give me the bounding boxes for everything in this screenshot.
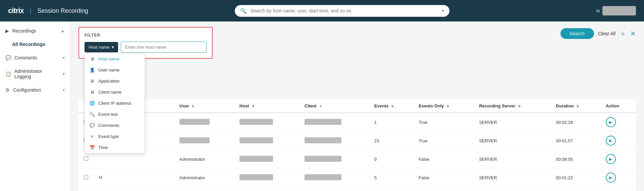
dropdown-item-hostname[interactable]: 🖥 Host name: [85, 53, 145, 64]
dropdown-item-comments[interactable]: 💬 Comments: [85, 120, 145, 131]
row-user: Administrator: [174, 150, 234, 169]
search-icon: 🔍: [240, 8, 247, 14]
sidebar-item-all-recordings[interactable]: All Recordings: [0, 38, 70, 51]
play-button[interactable]: ▶: [606, 117, 616, 127]
dropdown-item-time[interactable]: 📅 Time: [85, 142, 145, 153]
client-sort-icon[interactable]: ▼: [319, 104, 322, 108]
row-events-only: True: [413, 132, 474, 150]
row-action: ▶: [600, 132, 636, 150]
comments-icon: 💬: [5, 55, 11, 60]
events-only-sort-icon[interactable]: ⇅: [446, 104, 449, 108]
filter-selected-label: Host name: [89, 45, 110, 50]
host-sort-icon[interactable]: ⇅: [252, 104, 254, 108]
filter-row: Host name ▾: [85, 42, 207, 53]
sidebar-item-comments[interactable]: 💬 Comments ▾: [0, 51, 70, 64]
row-host: [234, 113, 299, 132]
row-events: 23: [369, 132, 413, 150]
dropdown-item-username[interactable]: 👤 User name: [85, 64, 145, 76]
admin-logging-icon: 📋: [5, 71, 11, 77]
main-content: Search Clear All ＋ ✕ FILTER Host name ▾ …: [70, 21, 644, 191]
dropdown-item-eventtype[interactable]: ≡ Event type: [85, 131, 145, 142]
row-events-only: True: [413, 113, 474, 132]
filter-title: FILTER: [85, 33, 207, 38]
dropdown-hostname-label: Host name: [98, 56, 119, 61]
row-host: [234, 187, 299, 191]
row-events-only: False: [413, 187, 474, 191]
user-sort-icon[interactable]: ⇅: [192, 104, 194, 108]
sidebar-item-admin-logging[interactable]: 📋 Administrator Logging ▾: [0, 64, 70, 83]
row-checkbox[interactable]: [84, 175, 88, 179]
clear-all-button[interactable]: Clear All: [598, 31, 615, 36]
sidebar-all-recordings-label: All Recordings: [12, 42, 45, 47]
search-area: 🔍 ▾: [88, 5, 596, 17]
play-button[interactable]: ▶: [606, 136, 616, 146]
add-filter-icon[interactable]: ＋: [620, 29, 626, 38]
row-client: [299, 150, 369, 169]
col-duration: Duration ⇅: [550, 99, 600, 113]
row-events: 19: [369, 187, 413, 191]
dropdown-clientname-label: Client name: [98, 90, 121, 95]
dropdown-item-eventtext[interactable]: 🔍 Event text: [85, 109, 145, 120]
row-duration: 00:01:57: [550, 132, 600, 150]
chevron-down-icon-config: ▾: [63, 88, 65, 92]
row-duration: 00:02:28: [550, 113, 600, 132]
dropdown-time-label: Time: [98, 145, 108, 150]
events-sort-icon[interactable]: ⇅: [391, 104, 394, 108]
hi-label: hi: [596, 8, 600, 13]
recordings-table: User ⇅ Host ⇅ Client ▼ Events: [78, 99, 636, 191]
server-sort-icon[interactable]: ⇅: [518, 104, 521, 108]
global-search-input[interactable]: [250, 8, 438, 13]
col-host: Host ⇅: [234, 99, 299, 113]
recordings-table-container: User ⇅ Host ⇅ Client ▼ Events: [78, 99, 636, 191]
brand: citrix | Session Recording: [8, 6, 88, 15]
play-button[interactable]: ▶: [606, 173, 616, 183]
row-action: ▶: [600, 113, 636, 132]
filter-type-dropdown[interactable]: Host name ▾: [85, 42, 118, 52]
row-duration: 00:04:37: [550, 187, 600, 191]
application-icon: ⊞: [90, 79, 95, 84]
row-user: [174, 132, 234, 150]
filter-value-input[interactable]: [121, 42, 207, 53]
config-icon: ⚙: [5, 87, 10, 93]
dropdown-item-application[interactable]: ⊞ Application: [85, 76, 145, 87]
row-duration: 00:08:05: [550, 150, 600, 169]
search-bar: 🔍 ▾: [235, 5, 449, 17]
close-filter-icon[interactable]: ✕: [630, 30, 636, 38]
dropdown-chevron-icon: ▾: [112, 45, 114, 50]
row-action: ▶: [600, 150, 636, 169]
app-title: Session Recording: [38, 7, 88, 14]
col-client: Client ▼: [299, 99, 369, 113]
row-events: 0: [369, 150, 413, 169]
layout: ▶ Recordings ▲ All Recordings 💬 Comments…: [0, 21, 644, 191]
dropdown-item-clientname[interactable]: 🖥 Client name: [85, 87, 145, 98]
sidebar-item-recordings[interactable]: ▶ Recordings ▲: [0, 24, 70, 38]
row-user: [174, 113, 234, 132]
row-duration: 00:01:22: [550, 169, 600, 187]
table-row: MAdministrator5FalseSERVER00:01:22▶: [78, 169, 636, 187]
event-text-icon: 🔍: [90, 112, 95, 117]
row-host: [234, 169, 299, 187]
row-events-only: False: [413, 150, 474, 169]
search-dropdown-arrow-icon[interactable]: ▾: [442, 8, 444, 13]
sidebar-item-configuration[interactable]: ⚙ Configuration ▾: [0, 83, 70, 97]
row-client: [299, 113, 369, 132]
host-placeholder: [239, 174, 273, 180]
row-checkbox-cell: [78, 187, 94, 191]
citrix-logo: citrix: [8, 6, 24, 15]
sidebar-recordings-label: Recordings: [12, 28, 36, 34]
col-events-only: Events Only ⇅: [413, 99, 474, 113]
col-events: Events ⇅: [369, 99, 413, 113]
user-icon: 👤: [90, 67, 95, 73]
row-client: [299, 132, 369, 150]
dropdown-username-label: User name: [98, 67, 120, 73]
duration-sort-icon[interactable]: ⇅: [576, 104, 579, 108]
row-client: [299, 187, 369, 191]
play-button[interactable]: ▶: [606, 154, 616, 164]
row-action: ▶: [600, 187, 636, 191]
row-checkbox[interactable]: [84, 156, 88, 161]
event-type-icon: ≡: [90, 134, 95, 139]
table-row: Administrator0FalseSERVER00:08:05▶: [78, 150, 636, 169]
dropdown-item-clientip[interactable]: 🌐 Client IP address: [85, 98, 145, 109]
chevron-up-icon: ▲: [61, 29, 65, 33]
search-button[interactable]: Search: [560, 28, 594, 39]
